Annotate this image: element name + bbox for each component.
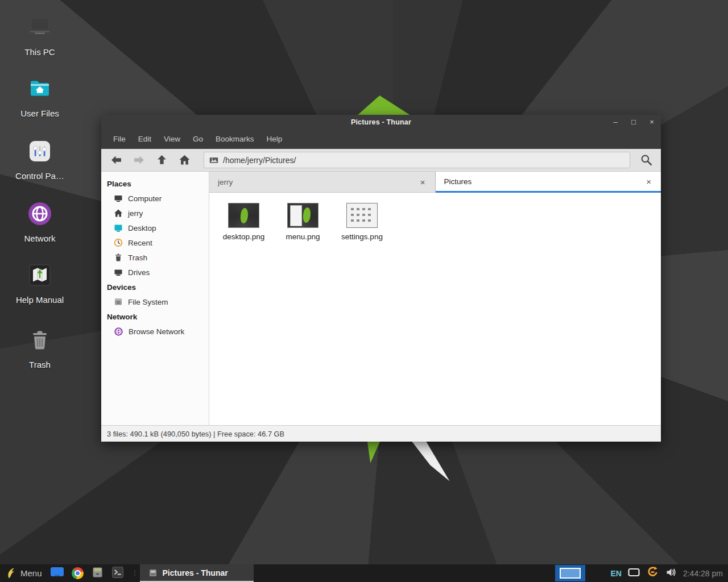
network-globe-icon [26,200,53,227]
menu-view[interactable]: View [158,130,187,149]
titlebar[interactable]: Pictures - Thunar – □ × [101,115,661,130]
home-button[interactable] [173,151,196,169]
file-desktop-png[interactable]: desktop.png [216,203,271,241]
menu-png-thumbnail [287,203,318,228]
sidebar-header-network: Network [101,309,209,324]
menu-button-label: Menu [20,568,42,578]
laptop-icon [26,14,53,41]
menubar: File Edit View Go Bookmarks Help [101,130,661,149]
trash-icon [26,326,53,354]
menu-button[interactable]: Menu [0,564,47,582]
menu-edit[interactable]: Edit [132,130,158,149]
tab-jerry[interactable]: jerry × [209,172,436,193]
sidebar-item-trash[interactable]: Trash [101,250,209,265]
desktop-icon-this-pc[interactable]: This PC [0,14,80,57]
sidebar-item-recent[interactable]: Recent [101,235,209,250]
forward-button[interactable] [127,151,150,169]
desktop-icon-label: Trash [0,360,80,369]
active-workspace [560,568,581,579]
window-title: Pictures - Thunar [101,118,661,126]
path-field[interactable]: /home/jerry/Pictures/ [204,152,630,168]
desktop-icon-label: This PC [0,47,80,57]
home-folder-icon [26,75,53,102]
file-menu-png[interactable]: menu.png [275,203,330,241]
statusbar: 3 files: 490.1 kB (490,050 bytes) | Free… [101,425,661,442]
close-button[interactable]: × [643,115,661,130]
desktop-icon-label: Control Pa… [0,171,80,181]
linux-lite-logo-icon [5,567,16,580]
desktop-png-thumbnail [228,203,259,228]
wallpaper-green-shard-bottom [366,442,380,463]
file-cabinet-icon [91,566,104,579]
filesystem-drive-icon [114,297,123,306]
control-panel-icon [26,138,53,165]
wallpaper-white-shard [408,440,450,482]
help-manual-icon [26,261,53,289]
file-settings-png[interactable]: settings.png [334,203,390,241]
archive-launcher[interactable] [91,566,104,581]
sidebar-header-places: Places [101,176,209,191]
desktop-icon-network[interactable]: Network [0,200,80,243]
up-arrow-icon [156,154,168,166]
sidebar-item-desktop[interactable]: Desktop [101,221,209,235]
tab-pictures[interactable]: Pictures × [436,172,661,193]
blue-window-icon [50,566,64,578]
path-text: /home/jerry/Pictures/ [223,156,296,165]
keyboard-layout-indicator[interactable]: EN [610,569,621,578]
recent-clock-icon [114,238,123,247]
sidebar-header-devices: Devices [101,280,209,294]
thunar-window: Pictures - Thunar – □ × File Edit View G… [101,115,661,442]
volume-icon[interactable] [665,567,677,580]
home-icon [114,209,123,218]
workspace-switcher[interactable] [555,565,585,581]
tabbar: jerry × Pictures × [209,172,661,193]
trash-icon [114,253,123,262]
network-globe-icon [114,327,123,336]
home-icon [179,154,191,166]
computer-icon [114,194,123,203]
forward-arrow-icon [133,154,145,166]
desktop-icon-trash[interactable]: Trash [0,326,80,369]
desktop-icon-label: Network [0,234,80,243]
clock[interactable]: 2:44:28 pm [683,569,723,578]
file-pane[interactable]: desktop.png menu.png settings.png [209,193,661,425]
display-tray-icon[interactable] [628,567,640,580]
minimize-button[interactable]: – [606,115,624,130]
back-button[interactable] [105,151,127,169]
taskbar-window-button[interactable]: Pictures - Thunar [140,564,254,582]
status-text: 3 files: 490.1 kB (490,050 bytes) | Free… [107,430,284,438]
settings-png-thumbnail [346,203,378,228]
up-button[interactable] [150,151,173,169]
desktop-icon-label: Help Manual [0,295,80,305]
drives-icon [114,268,123,277]
menu-help[interactable]: Help [260,130,289,149]
picture-icon [209,156,218,165]
thunar-icon [148,568,158,577]
search-icon [640,153,653,167]
tab-close-icon[interactable]: × [419,177,427,187]
sidebar-item-jerry[interactable]: jerry [101,206,209,221]
desktop-icon [114,223,123,232]
taskbar: Menu ⋮ Pictures - Thunar EN 2:44:28 pm [0,564,728,582]
update-manager-icon[interactable] [646,566,659,581]
sidebar-item-computer[interactable]: Computer [101,191,209,206]
desktop-icon-help-manual[interactable]: Help Manual [0,261,80,305]
desktop-icon-control-panel[interactable]: Control Pa… [0,138,80,181]
panel-handle[interactable]: ⋮ [127,569,140,577]
sidebar-item-file-system[interactable]: File System [101,294,209,309]
terminal-launcher[interactable] [111,566,124,581]
menu-bookmarks[interactable]: Bookmarks [209,130,260,149]
desktop-icon-user-files[interactable]: User Files [0,75,80,118]
system-tray: EN 2:44:28 pm [610,566,728,581]
sidebar: Places Computer jerry Desktop Recent Tra… [101,172,209,425]
files-launcher[interactable] [50,566,64,580]
search-button[interactable] [636,151,656,169]
chrome-launcher[interactable] [72,567,84,579]
maximize-button[interactable]: □ [624,115,643,130]
menu-file[interactable]: File [107,130,132,149]
sidebar-item-browse-network[interactable]: Browse Network [101,324,209,339]
sidebar-item-drives[interactable]: Drives [101,265,209,280]
menu-go[interactable]: Go [187,130,209,149]
tab-close-icon[interactable]: × [645,177,652,186]
back-arrow-icon [110,154,122,166]
